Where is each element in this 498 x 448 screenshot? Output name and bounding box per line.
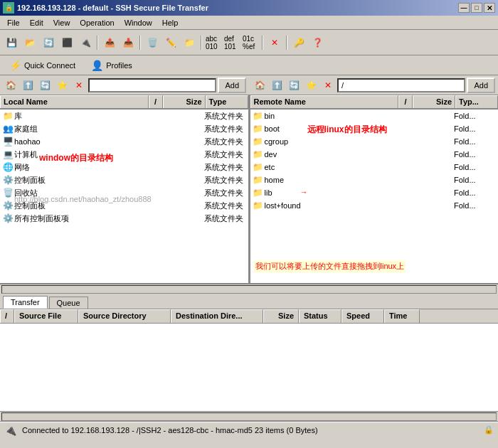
right-bookmark-btn[interactable]: ⭐ (303, 78, 319, 93)
left-slash-header[interactable]: / (149, 95, 163, 108)
info-btn[interactable]: 01c %ef (242, 34, 259, 51)
menu-edit[interactable]: Edit (26, 17, 48, 28)
mkdir-btn[interactable]: 📁 (181, 34, 198, 51)
close-button[interactable]: ✕ (484, 3, 495, 13)
th-slash[interactable]: / (0, 309, 14, 323)
help-btn[interactable]: ❓ (309, 34, 326, 51)
left-home-btn[interactable]: 🏠 (3, 78, 18, 93)
th-speed[interactable]: Speed (341, 309, 384, 323)
profiles-icon: 👤 (91, 60, 103, 71)
table-row[interactable]: 💻 计算机 系统文件夹 (0, 148, 248, 161)
menu-file[interactable]: File (3, 17, 24, 28)
minimize-button[interactable]: — (458, 3, 470, 13)
refresh-btn[interactable]: 🔄 (40, 34, 57, 51)
profiles-button[interactable]: 👤 Profiles (86, 58, 137, 73)
quick-connect-label: Quick Connect (24, 61, 75, 70)
transfer-body (0, 324, 498, 411)
new-btn[interactable]: 💾 (3, 34, 20, 51)
th-time[interactable]: Time (384, 309, 420, 323)
quick-connect-button[interactable]: ⚡ Quick Connect (4, 58, 80, 73)
quick-connect-bar: ⚡ Quick Connect 👤 Profiles (0, 55, 498, 75)
table-row[interactable]: ⚙️ 控制面板 系统文件夹 (0, 174, 248, 186)
key-btn[interactable]: 🔑 (290, 34, 307, 51)
folder-icon: ⚙️ (1, 213, 14, 223)
left-size-header[interactable]: Size (163, 95, 206, 108)
table-row[interactable]: 🌐 网络 系统文件夹 (0, 161, 248, 174)
table-row[interactable]: 📁 cgroup Fold... (250, 135, 499, 148)
folder-icon: 💻 (1, 149, 14, 159)
connect-btn[interactable]: 🔌 (77, 34, 94, 51)
right-size-header[interactable]: Size (413, 95, 455, 108)
table-row[interactable]: 📁 lib Fold... (250, 186, 499, 199)
folder-icon: 📁 (252, 188, 265, 198)
right-slash-header[interactable]: / (398, 95, 413, 108)
menu-bar: File Edit View Operation Window Help (0, 16, 498, 30)
left-name-header[interactable]: Local Name (0, 95, 149, 108)
left-bookmark-btn[interactable]: ⭐ (54, 78, 70, 93)
tab-transfer[interactable]: Transfer (3, 296, 48, 309)
table-row[interactable]: 📁 boot Fold... (250, 122, 499, 135)
left-add-button[interactable]: Add (218, 78, 246, 93)
table-row[interactable]: 📁 库 系统文件夹 (0, 110, 248, 122)
folder-icon: 📁 (252, 137, 265, 146)
menu-operation[interactable]: Operation (75, 17, 118, 28)
right-add-button[interactable]: Add (467, 78, 495, 93)
left-path-input[interactable] (88, 78, 216, 92)
right-column-headers: Remote Name / Size Typ... (250, 95, 499, 110)
left-refresh-btn[interactable]: 🔄 (37, 78, 53, 93)
delete-btn[interactable]: 🗑️ (144, 34, 161, 51)
stop-btn[interactable]: ⬛ (58, 34, 75, 51)
status-bar: 🔌 Connected to 192.168.193.128 - /|SSH2 … (0, 422, 498, 437)
table-row[interactable]: ⚙️ 所有控制面板项 系统文件夹 (0, 212, 248, 225)
left-delete-btn[interactable]: ✕ (71, 78, 87, 93)
maximize-button[interactable]: □ (471, 3, 482, 13)
table-row[interactable]: 📁 lost+found Fold... (250, 199, 499, 212)
transfer-h-scrollbar[interactable] (0, 411, 498, 421)
right-delete-btn[interactable]: ✕ (320, 78, 336, 93)
right-type-header[interactable]: Typ... (455, 95, 498, 108)
cancel-btn[interactable]: ✕ (266, 34, 283, 51)
left-up-btn[interactable]: ⬆️ (20, 78, 36, 93)
upload-btn[interactable]: 📤 (101, 34, 118, 51)
scroll-track[interactable] (1, 285, 497, 294)
right-name-header[interactable]: Remote Name (250, 95, 399, 108)
table-row[interactable]: ⚙️ 控制面板 系统文件夹 (0, 199, 248, 212)
right-file-list[interactable]: 📁 bin Fold... 📁 boot Fold... 📁 cgroup Fo… (250, 110, 499, 283)
status-icon: 🔌 (4, 425, 16, 436)
right-home-btn[interactable]: 🏠 (252, 78, 267, 93)
tab-queue[interactable]: Queue (49, 297, 88, 309)
window-controls: — □ ✕ (458, 3, 495, 13)
folder-icon: 📁 (252, 175, 265, 185)
left-file-list[interactable]: 📁 库 系统文件夹 👥 家庭组 系统文件夹 🖥️ haohao 系统文件夹 💻 … (0, 110, 248, 283)
table-row[interactable]: 📁 home Fold... (250, 174, 499, 186)
download-btn[interactable]: 📥 (120, 34, 137, 51)
table-row[interactable]: 📁 etc Fold... (250, 161, 499, 174)
title-bar: 🔒 192.168.193.128 - default - SSH Secure… (0, 0, 498, 16)
rename-btn[interactable]: ✏️ (162, 34, 179, 51)
left-type-header[interactable]: Type (206, 95, 248, 108)
menu-window[interactable]: Window (120, 17, 157, 28)
th-status[interactable]: Status (299, 309, 341, 323)
table-row[interactable]: 🗑️ 回收站 系统文件夹 (0, 186, 248, 199)
table-row[interactable]: 🖥️ haohao 系统文件夹 (0, 135, 248, 148)
horizontal-scrollbar[interactable] (0, 284, 498, 294)
table-row[interactable]: 📁 bin Fold... (250, 110, 499, 122)
transfer-scroll-track[interactable] (1, 412, 497, 421)
th-dest-dir[interactable]: Destination Dire... (171, 309, 263, 323)
table-row[interactable]: 📁 dev Fold... (250, 148, 499, 161)
menu-view[interactable]: View (49, 17, 75, 28)
open-btn[interactable]: 📂 (21, 34, 38, 51)
settings-btn[interactable]: abc 010 (205, 34, 222, 51)
transfer-headers: / Source File Source Directory Destinati… (0, 309, 498, 324)
th-source-dir[interactable]: Source Directory (78, 309, 171, 323)
right-refresh-btn[interactable]: 🔄 (286, 78, 302, 93)
separator-1 (97, 36, 98, 50)
right-up-btn[interactable]: ⬆️ (269, 78, 285, 93)
separator-4 (262, 36, 263, 50)
table-row[interactable]: 👥 家庭组 系统文件夹 (0, 122, 248, 135)
props-btn[interactable]: def 101 (223, 34, 240, 51)
th-source-file[interactable]: Source File (14, 309, 78, 323)
menu-help[interactable]: Help (158, 17, 183, 28)
right-path-input[interactable] (337, 78, 465, 92)
th-size[interactable]: Size (263, 309, 299, 323)
